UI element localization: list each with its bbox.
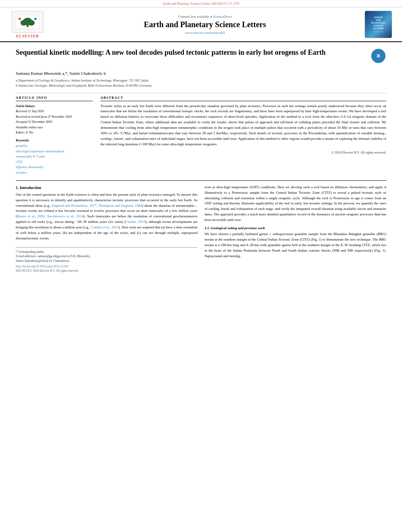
- elsevier-logo-svg: [14, 13, 41, 31]
- body-right-column: even at ultra-high temperature (UHT) con…: [205, 185, 386, 272]
- thin-divider-1: [16, 93, 386, 93]
- section1-paragraph2: even at ultra-high temperature (UHT) con…: [205, 185, 386, 223]
- sciencedirect-link[interactable]: ScienceDirect: [213, 15, 232, 19]
- svg-point-5: [19, 18, 21, 20]
- keyword-3[interactable]: metamorphic P–T path: [16, 154, 93, 159]
- earth-journal-logo: EARTHANDPLANETARYSCIENCELETTERS ELSEVIER: [365, 11, 392, 38]
- main-divider: [16, 180, 386, 181]
- abstract-panel: ABSTRACT Tectonic styles in an early hot…: [100, 96, 386, 176]
- affiliation-a: a Department of Geology & Geophysics, In…: [16, 78, 386, 83]
- abstract-text: Tectonic styles in an early hot Earth we…: [100, 104, 386, 148]
- keyword-5[interactable]: diffusion chronometry: [16, 165, 93, 170]
- earth-logo-section: EARTHANDPLANETARYSCIENCELETTERS ELSEVIER: [363, 11, 394, 38]
- footnote-email1: E-mail addresses: santanu@gg.iitkgp.erne…: [16, 254, 197, 258]
- footnote-section: * Corresponding author. E-mail addresses…: [16, 247, 197, 272]
- history-label: Article history:: [16, 104, 93, 109]
- abstract-title: ABSTRACT: [100, 96, 386, 101]
- body-left-column: 1. Introduction One of the central quest…: [16, 185, 197, 272]
- received-date: Received 11 July 2016: [16, 109, 93, 114]
- section1-paragraph1: One of the central questions in the Eart…: [16, 192, 197, 241]
- journal-name-heading: Earth and Planetary Science Letters: [47, 20, 363, 29]
- journal-citation-bar: Earth and Planetary Science Letters 460 …: [0, 0, 402, 7]
- section1-1-heading: 1.1. Geological setting and previous wor…: [205, 226, 386, 230]
- keyword-1[interactable]: granulite: [16, 143, 93, 149]
- corresponding-author-note: * Corresponding author.: [16, 250, 45, 254]
- email-line2: Sumit.Chakraborty@rub.de (S. Chakraborty…: [16, 259, 70, 263]
- ref-baxter[interactable]: Baxter et al., 2002; Anczkiewicz et al.,…: [17, 214, 84, 218]
- affiliations-section: a Department of Geology & Geophysics, In…: [16, 78, 386, 88]
- body-columns: 1. Introduction One of the central quest…: [16, 185, 386, 272]
- journal-title-section: Contents lists available at ScienceDirec…: [47, 15, 363, 35]
- paper-container: Sequential kinetic modelling: A new tool…: [0, 42, 402, 278]
- contents-available-line: Contents lists available at ScienceDirec…: [47, 15, 363, 19]
- keyword-2[interactable]: ultra-high temperature metamorphism: [16, 149, 93, 154]
- article-info-abstract-section: ARTICLE INFO Article history: Received 1…: [16, 96, 386, 176]
- article-history-section: Article history: Received 11 July 2016 R…: [16, 104, 93, 136]
- keywords-list: granulite ultra-high temperature metamor…: [16, 143, 93, 176]
- available-online: Available online xxxx: [16, 125, 93, 130]
- authors-line: Santanu Kumar Bhowmik a,*, Sumit Chakrab…: [16, 71, 386, 76]
- affiliation-b: b Institut fuer Geologie, Mineralogie un…: [16, 83, 386, 88]
- keyword-6[interactable]: tectonics: [16, 170, 93, 176]
- issn-line: 0012-821X/© 2016 Elsevier B.V. All right…: [16, 269, 197, 272]
- crossmark-section[interactable]: ✕: [370, 48, 386, 64]
- ref-condie[interactable]: Condie, 2013: [126, 220, 145, 224]
- keywords-section: Keywords: granulite ultra-high temperatu…: [16, 139, 93, 176]
- svg-point-3: [20, 20, 27, 26]
- email-line1: E-mail addresses: santanu@gg.iitkgp.erne…: [16, 254, 91, 258]
- svg-point-6: [34, 18, 37, 20]
- editor-line: Editor: A. Yin: [16, 130, 93, 135]
- svg-point-4: [28, 20, 35, 26]
- footnote-corresponding: * Corresponding author.: [16, 250, 197, 254]
- journal-url-link[interactable]: www.elsevier.com/locate/epsl: [47, 31, 363, 35]
- contents-label: Contents lists available at: [178, 15, 212, 19]
- keywords-title: Keywords:: [16, 139, 93, 142]
- journal-citation: Earth and Planetary Science Letters 460 …: [163, 2, 239, 6]
- journal-header: ELSEVIER Contents lists available at Sci…: [0, 7, 402, 42]
- elsevier-logo-box: [12, 11, 43, 33]
- article-info-title: ARTICLE INFO: [16, 96, 93, 101]
- accepted-date: Accepted 12 December 2016: [16, 119, 93, 125]
- elsevier-brand-text: ELSEVIER: [16, 34, 39, 38]
- ref-thompson-england[interactable]: Thompson and England, 1984: [99, 204, 142, 208]
- article-info-panel: ARTICLE INFO Article history: Received 1…: [16, 96, 93, 176]
- keyword-4[interactable]: CITZ: [16, 159, 93, 165]
- crossmark-icon[interactable]: ✕: [371, 49, 385, 63]
- section1-heading: 1. Introduction: [16, 185, 197, 190]
- footnote-email2: Sumit.Chakraborty@rub.de (S. Chakraborty…: [16, 259, 197, 263]
- title-section: Sequential kinetic modelling: A new tool…: [16, 48, 386, 67]
- paper-title: Sequential kinetic modelling: A new tool…: [16, 48, 365, 57]
- ref-condon[interactable]: Condon et al., 2015: [91, 225, 119, 229]
- author-names: Santanu Kumar Bhowmik a,*, Sumit Chakrab…: [16, 71, 106, 76]
- elsevier-logo-section: ELSEVIER: [8, 11, 47, 38]
- doi-line[interactable]: http://dx.doi.org/10.1016/j.epsl.2016.12…: [16, 265, 197, 268]
- copyright-text: © 2016 Elsevier R.V. All rights reserved…: [100, 150, 386, 154]
- section1-1-paragraph: We have chosen a partially hydrated garn…: [205, 232, 386, 259]
- ref-england-richardson[interactable]: England and Richardson, 1977;: [52, 204, 97, 208]
- received-revised-date: Received in revised form 27 November 201…: [16, 114, 93, 120]
